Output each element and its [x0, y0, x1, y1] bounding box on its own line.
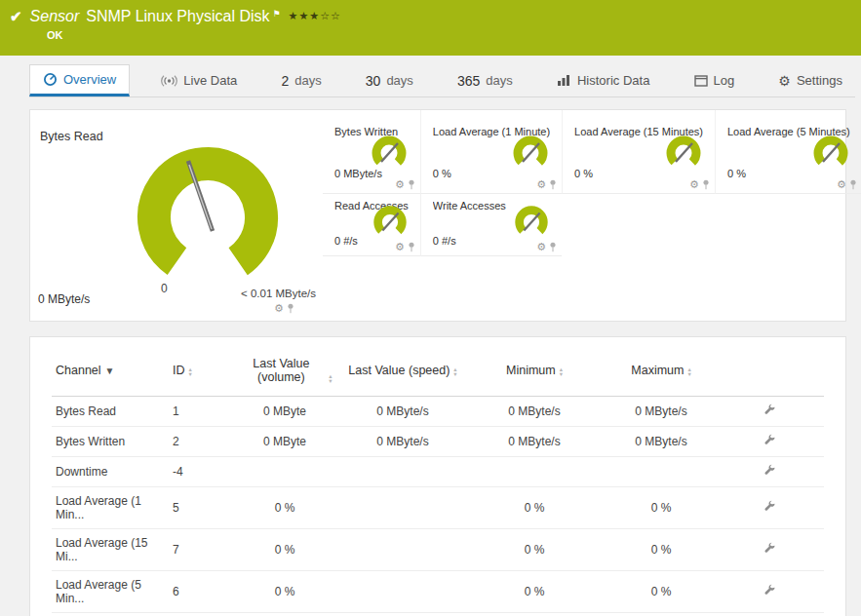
column-header-minimum[interactable]: Minimum▴▾	[461, 347, 607, 397]
column-label: Last Value (volume)	[237, 357, 325, 384]
tab-historic-data[interactable]: Historic Data	[544, 64, 662, 96]
pin-icon[interactable]	[408, 179, 415, 190]
cell-id: 7	[173, 543, 179, 557]
pin-icon[interactable]	[549, 179, 557, 190]
sort-icon: ▴▾	[329, 373, 332, 383]
column-header-channel[interactable]: Channel▼	[52, 347, 169, 397]
gauge-load-average-15-minutes: Load Average (15 Minutes) 0 % ⚙	[562, 110, 715, 194]
star-icon[interactable]: ☆	[320, 10, 331, 21]
table-row: Load Average (1 Min... 5 0 % 0 % 0 %	[52, 487, 824, 529]
table-row: Load Average (5 Min... 6 0 % 0 % 0 %	[52, 571, 824, 613]
column-label: Maximum	[631, 364, 684, 377]
tab-30-days[interactable]: 30 days	[353, 64, 426, 96]
gear-icon[interactable]: ⚙	[395, 179, 405, 190]
cell-channel: Load Average (5 Min...	[56, 578, 141, 605]
small-dial	[509, 132, 552, 174]
tab-live-data-label: Live Data	[183, 73, 237, 88]
tab-overview[interactable]: Overview	[29, 64, 130, 96]
cell-volume: 0 %	[275, 543, 295, 557]
small-dial	[809, 132, 852, 174]
pin-icon[interactable]	[702, 179, 710, 190]
gear-icon: ⚙	[778, 74, 791, 88]
table-row: Bytes Read 1 0 MByte 0 MByte/s 0 MByte/s…	[52, 397, 824, 427]
wrench-icon[interactable]	[763, 584, 776, 599]
sort-icon: ▴▾	[453, 366, 456, 376]
wrench-icon[interactable]	[763, 404, 776, 419]
column-label: Minimum	[506, 364, 556, 377]
column-header-actions	[715, 347, 824, 397]
tab-settings[interactable]: ⚙ Settings	[765, 64, 855, 96]
column-header-maximum[interactable]: Maximum▴▾	[607, 347, 715, 397]
sort-down-arrow: ▾	[189, 371, 192, 376]
log-window-icon	[694, 75, 708, 87]
gauges-panel: Bytes Read 0 MByte/s 0 < 0.01 MByte/s ⚙ …	[29, 109, 846, 322]
tab-365-days-number: 365	[457, 73, 480, 89]
gauge-value: 0 %	[574, 168, 593, 179]
small-gauges-grid: Bytes Written 0 MByte/s ⚙ Load Average (…	[323, 110, 861, 321]
wrench-icon[interactable]	[763, 464, 776, 480]
gear-icon[interactable]: ⚙	[536, 179, 546, 190]
gear-icon[interactable]: ⚙	[837, 179, 846, 190]
column-header-last-value-speed[interactable]: Last Value (speed)▴▾	[344, 347, 461, 397]
tab-overview-label: Overview	[63, 72, 116, 87]
cell-min: 0 %	[525, 501, 545, 515]
cell-channel: Bytes Read	[56, 404, 116, 418]
small-dial	[511, 202, 552, 243]
gauge-value: 0 %	[433, 168, 451, 179]
column-header-last-value-volume[interactable]: Last Value (volume)▴▾	[225, 347, 344, 397]
gear-icon[interactable]: ⚙	[274, 303, 284, 314]
cell-min: 0 MByte/s	[508, 435, 560, 448]
wrench-icon[interactable]	[763, 542, 776, 558]
cell-max: 0 %	[651, 543, 672, 557]
pin-icon[interactable]	[549, 242, 557, 252]
cell-channel: Downtime	[56, 465, 107, 479]
pin-icon[interactable]	[408, 242, 415, 252]
cell-volume: 0 %	[275, 585, 295, 598]
wrench-icon[interactable]	[763, 434, 776, 449]
star-icon[interactable]: ★	[309, 10, 320, 21]
small-dial	[662, 132, 705, 174]
tab-log[interactable]: Log	[682, 64, 748, 96]
sort-icon: ▴▾	[189, 366, 192, 376]
object-kind-label: Sensor	[30, 8, 80, 25]
sort-down-arrow: ▾	[453, 371, 456, 376]
cell-volume: 0 MByte	[263, 435, 306, 448]
table-row: Bytes Written 2 0 MByte 0 MByte/s 0 MByt…	[52, 427, 824, 457]
tab-365-days[interactable]: 365 days	[445, 64, 526, 96]
cell-channel: Load Average (1 Min...	[56, 494, 141, 521]
pin-icon[interactable]	[287, 303, 294, 314]
gauge-load-average-5-minutes: Load Average (5 Minutes) 0 % ⚙	[715, 110, 861, 194]
column-label: Channel	[56, 364, 101, 377]
star-icon[interactable]: ★	[289, 10, 299, 21]
gauge-read-accesses: Read Accesses 0 #/s ⚙	[323, 194, 420, 256]
tab-2-days[interactable]: 2 days	[268, 64, 333, 96]
channels-table: Channel▼ ID▴▾ Last Value (volume)▴▾ Last…	[52, 347, 824, 616]
cell-channel: Load Average (15 Mi...	[56, 536, 148, 563]
column-label: ID	[173, 364, 185, 377]
tab-2-days-number: 2	[281, 73, 289, 89]
priority-stars[interactable]: ★★★☆☆	[289, 10, 341, 22]
sort-down-arrow: ▾	[560, 371, 563, 376]
column-label: Last Value (speed)	[348, 364, 450, 377]
flag-icon[interactable]: ⚑	[273, 9, 281, 19]
cell-id: 2	[173, 435, 179, 448]
wrench-icon[interactable]	[763, 500, 776, 516]
star-icon[interactable]: ★	[298, 10, 309, 21]
star-icon[interactable]: ☆	[331, 10, 341, 21]
pin-icon[interactable]	[849, 179, 857, 190]
gear-icon[interactable]: ⚙	[536, 242, 546, 252]
bytes-read-dial	[128, 137, 288, 297]
tab-2-days-unit: days	[294, 73, 321, 88]
column-header-id[interactable]: ID▴▾	[169, 347, 225, 397]
table-row: Downtime -4	[52, 457, 824, 487]
gear-icon[interactable]: ⚙	[689, 179, 699, 190]
cell-max: 0 %	[651, 585, 672, 598]
status-ok-check-icon: ✔	[10, 8, 22, 25]
status-badge: OK	[47, 29, 849, 41]
gauge-max-label: < 0.01 MByte/s	[241, 288, 316, 299]
gear-icon[interactable]: ⚙	[395, 242, 405, 252]
sort-down-arrow: ▾	[329, 378, 332, 383]
tab-live-data[interactable]: Live Data	[148, 64, 250, 96]
live-data-icon	[161, 75, 177, 87]
bar-chart-icon	[557, 74, 571, 87]
